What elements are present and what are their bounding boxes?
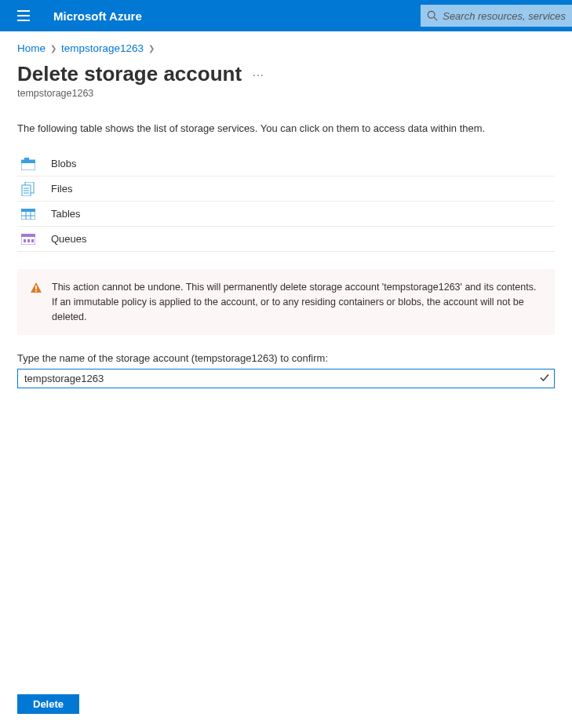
chevron-right-icon: ❯ <box>50 44 56 53</box>
files-icon <box>21 182 51 196</box>
warning-banner: This action cannot be undone. This will … <box>17 269 555 335</box>
breadcrumb-resource[interactable]: tempstorage1263 <box>61 42 144 54</box>
hamburger-menu-icon[interactable] <box>8 0 39 31</box>
checkmark-icon <box>539 372 550 385</box>
warning-text: This action cannot be undone. This will … <box>52 280 542 324</box>
more-icon[interactable]: ··· <box>253 68 264 81</box>
brand-label: Microsoft Azure <box>53 9 421 23</box>
confirm-label: Type the name of the storage account (te… <box>17 352 555 364</box>
warning-icon <box>30 282 42 324</box>
svg-rect-0 <box>17 10 30 12</box>
svg-line-4 <box>434 17 437 20</box>
svg-rect-20 <box>24 239 26 242</box>
service-label: Blobs <box>51 158 77 169</box>
svg-rect-14 <box>21 209 35 212</box>
chevron-right-icon: ❯ <box>148 44 155 53</box>
service-row-queues[interactable]: Queues <box>17 227 555 252</box>
svg-rect-1 <box>17 15 30 16</box>
service-label: Files <box>51 183 72 195</box>
top-bar: Microsoft Azure Search resources, servic… <box>0 0 572 31</box>
svg-rect-7 <box>24 158 29 160</box>
search-placeholder: Search resources, services <box>443 10 566 22</box>
service-row-tables[interactable]: Tables <box>17 202 555 227</box>
confirm-input[interactable] <box>17 369 555 388</box>
queues-icon <box>21 234 51 245</box>
services-list: Blobs Files Tables Queues <box>17 151 555 252</box>
page-subtitle: tempstorage1263 <box>17 88 555 99</box>
blobs-icon <box>21 158 51 170</box>
service-label: Queues <box>51 233 87 245</box>
breadcrumb: Home ❯ tempstorage1263 ❯ <box>17 42 555 54</box>
service-row-files[interactable]: Files <box>17 177 555 202</box>
page-title: Delete storage account <box>17 62 242 86</box>
delete-button[interactable]: Delete <box>17 694 79 714</box>
search-input[interactable]: Search resources, services <box>421 5 572 27</box>
search-icon <box>427 10 438 21</box>
breadcrumb-home[interactable]: Home <box>17 42 46 54</box>
service-row-blobs[interactable]: Blobs <box>17 151 555 177</box>
svg-rect-22 <box>31 239 34 242</box>
svg-rect-6 <box>21 160 35 163</box>
svg-rect-21 <box>27 239 30 242</box>
footer: Delete <box>17 694 79 714</box>
tables-icon <box>21 209 51 220</box>
svg-rect-25 <box>35 290 37 292</box>
intro-text: The following table shows the list of st… <box>17 122 555 134</box>
svg-rect-19 <box>21 234 35 237</box>
svg-rect-24 <box>35 286 37 289</box>
svg-point-3 <box>428 11 435 18</box>
svg-rect-2 <box>17 20 30 21</box>
content: Home ❯ tempstorage1263 ❯ Delete storage … <box>0 31 572 388</box>
service-label: Tables <box>51 208 81 220</box>
